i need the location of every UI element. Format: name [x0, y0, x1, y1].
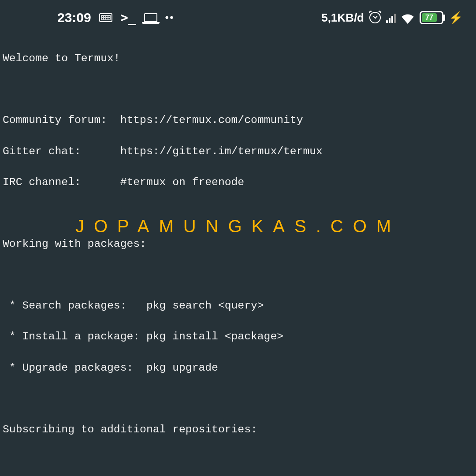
blank-line [3, 82, 473, 97]
terminal-area[interactable]: Welcome to Termux! Community forum: http… [0, 35, 476, 476]
motd-repo-header: Subscribing to additional repositories: [3, 422, 473, 437]
more-notifications-icon: •• [165, 11, 175, 24]
status-left: 23:09 >_ •• [57, 8, 175, 27]
motd-irc: IRC channel: #termux on freenode [3, 175, 473, 190]
laptop-icon [144, 13, 157, 22]
blank-line [3, 267, 473, 283]
charging-bolt-icon: ⚡ [449, 10, 463, 26]
status-bar[interactable]: 23:09 >_ •• 5,1KB/d 77 ⚡ [0, 0, 476, 35]
motd-forum: Community forum: https://termux.com/comm… [3, 112, 473, 128]
motd-pkg-header: Working with packages: [3, 236, 473, 252]
motd-gitter: Gitter chat: https://gitter.im/termux/te… [3, 144, 473, 159]
motd-pkg-install: * Install a package: pkg install <packag… [3, 329, 473, 344]
battery-icon: 77 [420, 11, 443, 24]
network-rate: 5,1KB/d [321, 10, 364, 26]
terminal-prompt-icon: >_ [120, 8, 136, 27]
status-time: 23:09 [57, 8, 91, 27]
cellular-signal-icon [386, 12, 396, 23]
blank-line [3, 453, 473, 468]
motd-pkg-upgrade: * Upgrade packages: pkg upgrade [3, 360, 473, 376]
wifi-icon [401, 12, 414, 23]
battery-fill: 77 [422, 13, 437, 22]
blank-line [3, 205, 473, 221]
keyboard-icon [99, 13, 112, 22]
status-right: 5,1KB/d 77 ⚡ [321, 10, 463, 26]
alarm-icon [369, 12, 381, 23]
motd-pkg-search: * Search packages: pkg search <query> [3, 298, 473, 313]
motd-welcome: Welcome to Termux! [3, 51, 473, 66]
blank-line [3, 391, 473, 406]
